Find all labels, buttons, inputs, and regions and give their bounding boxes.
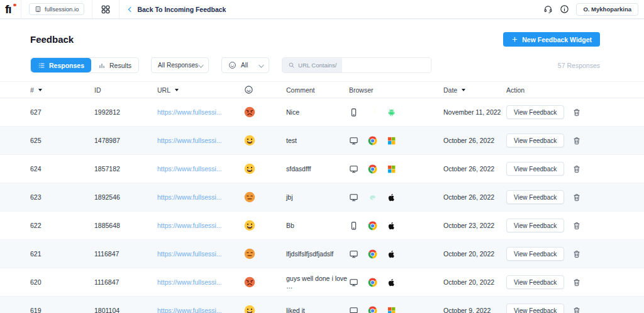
trash-button[interactable] [572,108,581,117]
trash-button[interactable] [572,193,581,202]
user-menu[interactable]: O. Mykhoparkina [576,3,638,16]
trash-button[interactable] [572,249,581,259]
new-feedback-widget-button[interactable]: New Feedback Widget [503,32,600,47]
trash-icon [572,108,581,117]
header-comment: Comment [286,86,349,94]
row-url-link[interactable]: https://www.fullsessi... [157,278,222,286]
view-feedback-button[interactable]: View Feedback [506,190,564,204]
apple-icon [387,193,396,202]
page-title: Feedback [30,34,74,45]
desktop-icon [349,193,358,202]
view-feedback-button[interactable]: View Feedback [506,304,564,313]
row-actions: View Feedback [506,134,644,147]
header-url[interactable]: URL [157,86,244,94]
row-id: 1116847 [94,250,157,258]
row-actions: View Feedback [506,247,644,261]
row-number: 622 [30,222,94,229]
trash-button[interactable] [572,136,581,145]
tab-results-label: Results [109,62,131,69]
responses-filter-dropdown[interactable]: All Responses [151,57,209,73]
row-actions: View Feedback [506,275,644,289]
apps-grid-button[interactable] [101,4,111,14]
url-search: URL Contains/ [282,57,431,73]
row-date: October 26, 2022 [443,193,506,201]
row-url-link[interactable]: https://www.fullsessi... [157,307,222,313]
emoji-filter-dropdown[interactable]: All [221,57,269,73]
view-feedback-button[interactable]: View Feedback [506,105,564,119]
trash-button[interactable] [572,164,581,174]
row-browser-icons [349,164,443,174]
desktop-icon [349,278,358,287]
table-row: 625 1478987 https://www.fullsessi... tes… [0,127,644,155]
row-url-link[interactable]: https://www.fullsessi... [157,250,222,258]
header-num-label: # [30,86,34,94]
row-url-link[interactable]: https://www.fullsessi... [157,108,222,116]
top-bar: fı fullsession.io Back To Incoming Feedb… [0,0,644,19]
grid-icon [101,4,111,14]
header-date-label: Date [443,86,457,94]
row-url-link[interactable]: https://www.fullsessi... [157,222,222,229]
happy-emoji-icon [244,163,255,174]
responses-filter-value: All Responses [158,62,198,69]
support-headset-icon[interactable] [543,4,553,14]
divider [21,0,21,18]
row-comment: liked it [286,307,349,313]
row-url-link[interactable]: https://www.fullsessi... [157,137,222,144]
row-comment: jbj [286,193,349,201]
android-icon [387,108,396,117]
apple-icon [387,278,396,287]
chrome-icon [368,136,377,145]
row-comment: test [286,137,349,144]
row-date: October 20, 2022 [443,250,506,258]
row-comment: Bb [286,222,349,229]
row-number: 623 [30,193,94,201]
header-num[interactable]: # [30,86,94,94]
row-date: October 26, 2022 [443,165,506,173]
row-browser-icons [349,278,443,287]
tab-results[interactable]: Results [91,58,138,72]
trash-icon [572,306,581,313]
building-icon [35,6,42,13]
view-feedback-button[interactable]: View Feedback [506,247,564,261]
row-url-link[interactable]: https://www.fullsessi... [157,193,222,201]
trash-icon [572,136,581,145]
trash-icon [572,278,581,287]
back-label: Back To Incoming Feedback [137,6,226,13]
url-search-input[interactable] [342,58,431,72]
search-icon [288,62,295,69]
tab-responses[interactable]: Responses [31,58,91,72]
view-feedback-button[interactable]: View Feedback [506,219,564,232]
row-actions: View Feedback [506,162,644,176]
url-search-prefix-label: URL Contains/ [298,62,336,69]
table-header: # ID URL Comment Browser Date Action [0,81,644,98]
chrome-icon [368,278,377,287]
table-row: 623 1892546 https://www.fullsessi... jbj… [0,183,644,212]
info-icon[interactable] [560,4,569,14]
view-feedback-button[interactable]: View Feedback [506,275,564,289]
chrome-icon [368,306,377,313]
sort-icon [462,89,465,91]
row-url-link[interactable]: https://www.fullsessi... [157,165,222,173]
windows-icon [387,306,396,313]
row-browser-icons [349,221,443,230]
view-feedback-button[interactable]: View Feedback [506,134,564,147]
header-date[interactable]: Date [443,86,506,94]
back-link[interactable]: Back To Incoming Feedback [129,6,226,13]
trash-icon [572,221,581,230]
trash-button[interactable] [572,278,581,287]
view-feedback-button[interactable]: View Feedback [506,162,564,176]
sort-icon [175,89,179,91]
trash-button[interactable] [572,306,581,313]
row-id: 1801104 [94,307,157,313]
trash-button[interactable] [572,221,581,230]
workspace-label: fullsession.io [45,6,79,13]
table-row: 624 1857182 https://www.fullsessi... sfd… [0,155,644,183]
windows-icon [387,136,396,145]
row-browser-icons [349,249,443,259]
apple-icon [387,249,396,259]
smiley-outline-icon [244,85,253,94]
tab-responses-label: Responses [49,62,84,69]
new-widget-label: New Feedback Widget [522,36,592,43]
workspace-selector[interactable]: fullsession.io [29,3,84,15]
row-comment: lfjdslfslfjsdfjadslf [286,250,349,258]
